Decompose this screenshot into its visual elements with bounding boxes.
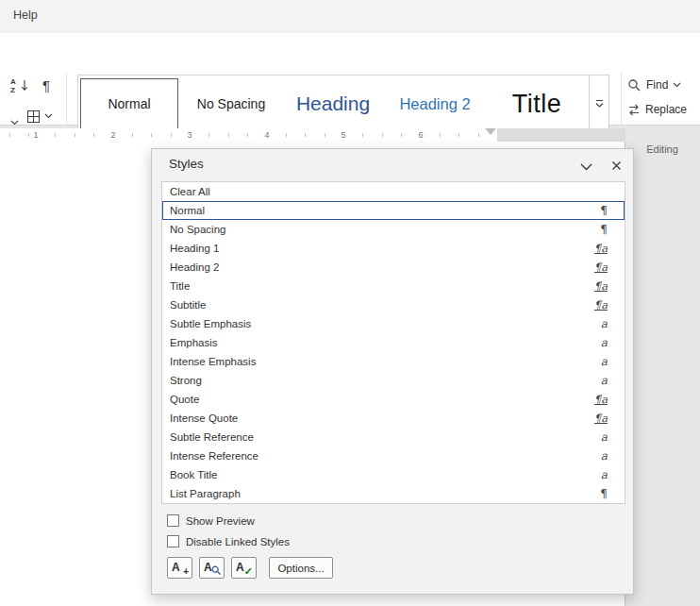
style-item-subtitle[interactable]: Subtitle ¶a: [162, 295, 625, 314]
style-item-label: Title: [170, 280, 190, 292]
style-item-label: Subtle Reference: [170, 431, 254, 443]
options-button[interactable]: Options...: [269, 557, 333, 579]
style-item-mark: a: [601, 468, 608, 481]
style-item-label: Heading 1: [170, 243, 219, 254]
style-item-label: No Spacing: [170, 224, 225, 235]
chevron-down-icon: [673, 82, 681, 88]
show-formatting-marks-button[interactable]: ¶: [38, 76, 55, 94]
style-item-label: Clear All: [170, 186, 210, 197]
style-item-heading-1[interactable]: Heading 1 ¶a: [162, 239, 625, 258]
gallery-item-label: Normal: [108, 96, 150, 111]
plus-icon: +: [183, 567, 189, 577]
ruler-outside-page: [625, 128, 700, 142]
letter-a-icon: A: [236, 561, 244, 574]
style-item-mark: ¶a: [594, 393, 608, 406]
gallery-item-label: Heading 2: [399, 95, 470, 113]
style-item-mark: ¶a: [594, 298, 608, 311]
ruler-number: 1: [31, 129, 40, 141]
style-item-mark: a: [601, 317, 608, 330]
styles-pane-title: Styles: [169, 157, 204, 171]
style-item-book-title[interactable]: Book Title a: [162, 465, 625, 484]
style-item-mark: ¶a: [594, 412, 608, 425]
styles-pane-collapse-button[interactable]: [576, 158, 595, 175]
editing-group-label: Editing: [625, 143, 700, 155]
chevron-down-icon: [580, 163, 592, 171]
ruler-number: 6: [416, 129, 425, 141]
word-window: Help A Z ¶ Normal No Spacing: [0, 0, 700, 606]
style-item-no-spacing[interactable]: No Spacing ¶: [162, 220, 625, 239]
shading-dropdown-button[interactable]: [8, 112, 21, 124]
style-item-subtle-reference[interactable]: Subtle Reference a: [162, 428, 625, 446]
style-item-mark: ¶: [600, 487, 608, 500]
ruler-right-margin: [497, 128, 625, 142]
check-icon: ✓: [244, 566, 253, 577]
borders-grid-icon: [26, 109, 41, 124]
style-item-intense-emphasis[interactable]: Intense Emphasis a: [162, 352, 625, 371]
style-item-mark: a: [601, 430, 608, 444]
style-item-quote[interactable]: Quote ¶a: [162, 390, 625, 409]
style-item-mark: a: [601, 374, 608, 387]
sort-arrow-icon: [21, 79, 28, 93]
show-preview-checkbox[interactable]: Show Preview: [167, 514, 255, 527]
manage-styles-button[interactable]: A ✓: [231, 557, 257, 579]
style-item-label: Intense Emphasis: [170, 356, 256, 367]
styles-pane: Styles Clear All Normal ¶ No Spacing ¶ H…: [151, 148, 634, 595]
sort-button[interactable]: A Z: [9, 76, 34, 95]
ruler-number: 2: [108, 129, 117, 141]
gallery-item-heading-2[interactable]: Heading 2: [386, 78, 484, 129]
checkbox-label: Disable Linked Styles: [186, 536, 290, 547]
indent-marker[interactable]: [485, 128, 496, 135]
style-item-heading-2[interactable]: Heading 2 ¶a: [162, 258, 625, 277]
style-item-label: Subtitle: [170, 299, 206, 311]
checkbox-box[interactable]: [167, 535, 179, 547]
ruler-number: 4: [262, 129, 271, 141]
gallery-item-heading-1[interactable]: Heading: [284, 78, 382, 129]
ruler-number: 5: [339, 129, 347, 141]
style-item-label: Heading 2: [170, 261, 219, 273]
disable-linked-styles-checkbox[interactable]: Disable Linked Styles: [167, 535, 290, 547]
styles-list: Clear All Normal ¶ No Spacing ¶ Heading …: [161, 181, 625, 504]
gallery-item-normal[interactable]: Normal: [80, 78, 178, 129]
style-item-list-paragraph[interactable]: List Paragraph ¶: [162, 484, 625, 503]
style-item-label: Quote: [170, 394, 199, 405]
style-item-intense-reference[interactable]: Intense Reference a: [162, 446, 625, 465]
style-inspector-button[interactable]: A: [199, 557, 225, 579]
chevron-down-icon: [10, 120, 19, 126]
replace-icon: [627, 104, 641, 116]
style-item-clear-all[interactable]: Clear All: [162, 182, 625, 201]
replace-label: Replace: [645, 103, 687, 116]
gallery-item-title[interactable]: Title: [488, 78, 586, 129]
style-item-label: Intense Quote: [170, 412, 238, 424]
ribbon-tab-row: Help: [0, 0, 700, 33]
style-item-subtle-emphasis[interactable]: Subtle Emphasis a: [162, 314, 625, 333]
pilcrow-icon: ¶: [42, 77, 50, 93]
sort-letter-top: A: [10, 77, 16, 86]
style-item-title[interactable]: Title ¶a: [162, 277, 625, 295]
replace-button[interactable]: Replace: [627, 100, 700, 119]
find-button[interactable]: Find: [627, 76, 700, 94]
style-gallery: Normal No Spacing Heading Heading 2 Titl…: [77, 75, 609, 133]
style-item-mark: a: [601, 355, 608, 368]
style-item-label: Intense Reference: [170, 450, 258, 462]
find-label: Find: [646, 78, 668, 92]
styles-pane-close-button[interactable]: [607, 158, 625, 175]
gallery-more-button[interactable]: [589, 76, 608, 132]
style-item-mark: ¶: [600, 223, 608, 236]
checkbox-box[interactable]: [167, 514, 179, 527]
checkbox-label: Show Preview: [186, 515, 255, 527]
style-item-normal[interactable]: Normal ¶: [162, 201, 625, 220]
new-style-button[interactable]: A +: [167, 557, 192, 579]
style-item-mark: a: [601, 336, 608, 349]
sort-letter-bottom: Z: [10, 86, 15, 94]
letter-a-icon: A: [172, 561, 180, 574]
style-item-emphasis[interactable]: Emphasis a: [162, 333, 625, 352]
style-item-label: Book Title: [170, 469, 218, 480]
style-item-strong[interactable]: Strong a: [162, 371, 625, 390]
gallery-item-no-spacing[interactable]: No Spacing: [182, 78, 280, 129]
style-item-label: Emphasis: [170, 337, 218, 348]
borders-button[interactable]: [26, 108, 60, 125]
gallery-item-label: Heading: [296, 93, 370, 115]
tab-help[interactable]: Help: [13, 8, 38, 22]
style-item-intense-quote[interactable]: Intense Quote ¶a: [162, 409, 625, 428]
style-item-label: List Paragraph: [170, 488, 241, 499]
